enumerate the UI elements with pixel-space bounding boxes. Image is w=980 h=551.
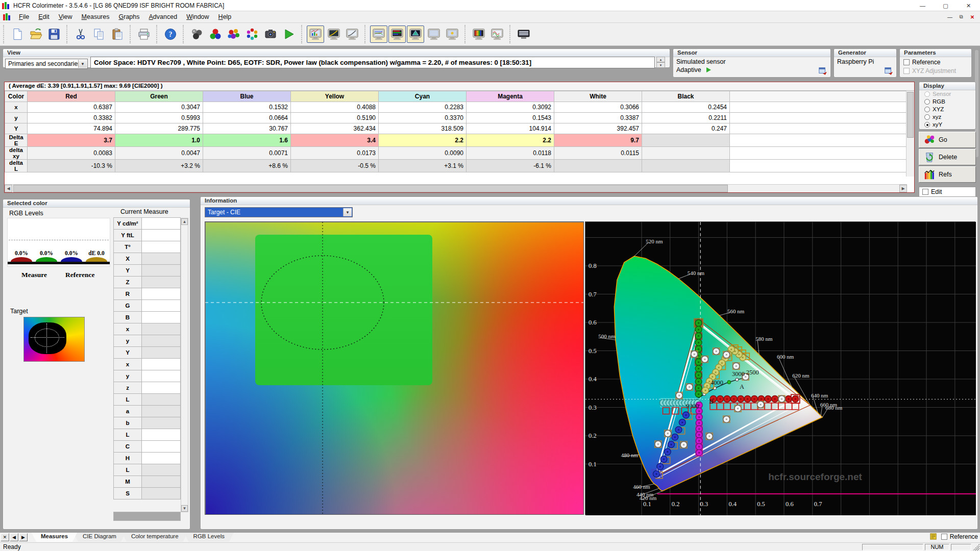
reference-checkbox[interactable]: Reference (900, 57, 971, 66)
display-option-rgb[interactable]: RGB (919, 98, 975, 106)
measure-row-value[interactable] (142, 241, 181, 253)
measure-cell[interactable]: 0.0090 (379, 147, 467, 160)
about-button[interactable]: ? (162, 26, 179, 43)
measure-row-value[interactable] (142, 288, 181, 300)
menu-view[interactable]: View (54, 12, 77, 22)
tab-color-temperature[interactable]: Color temperature (122, 533, 188, 542)
measure-cell[interactable]: -0.5 % (291, 160, 379, 172)
measure-cell[interactable]: 0.3047 (115, 102, 203, 113)
view-cie-button[interactable] (407, 26, 424, 43)
measure-cell[interactable]: 0.2211 (642, 113, 730, 123)
measure-cell[interactable]: +3.2 % (115, 160, 203, 172)
measure-row-value[interactable] (142, 299, 181, 312)
column-header[interactable]: Magenta (467, 91, 554, 102)
column-header[interactable]: Yellow (291, 91, 379, 102)
measure-row-value[interactable] (142, 382, 181, 394)
measure-cell[interactable]: 0.3092 (467, 102, 554, 113)
saturations-measure-button[interactable] (243, 26, 261, 43)
menu-window[interactable]: Window (182, 12, 213, 22)
measure-cell[interactable]: 0.0115 (554, 147, 642, 160)
measure-cell[interactable]: 0.0047 (115, 147, 203, 160)
minimize-button[interactable]: — (911, 0, 934, 11)
measure-row-value[interactable] (142, 276, 181, 288)
maximize-button[interactable]: ▢ (934, 0, 957, 11)
measure-cell[interactable]: 0.5993 (115, 113, 203, 123)
current-measure-scrollbar[interactable]: ▲ ▼ (181, 218, 188, 512)
measure-row-value[interactable] (142, 311, 181, 323)
measure-cell[interactable]: 0.2283 (379, 102, 467, 113)
radio-icon[interactable] (924, 114, 930, 120)
measure-cell[interactable]: 2.2 (467, 134, 554, 147)
measure-cell[interactable]: 0.1532 (203, 102, 291, 113)
measures-horizontal-scrollbar[interactable]: ◀ ▶ (5, 184, 907, 192)
display-option-xyz[interactable]: XYZ (919, 106, 975, 113)
view-gamma-button[interactable] (325, 26, 342, 43)
measure-cell[interactable]: 1.0 (115, 134, 203, 147)
print-button[interactable] (135, 26, 153, 43)
view-screen-b-button[interactable] (444, 26, 461, 43)
new-document-button[interactable] (9, 26, 26, 43)
column-header[interactable]: Cyan (379, 91, 467, 102)
measure-row-value[interactable] (142, 370, 181, 382)
measure-cell[interactable]: 0.3066 (554, 102, 642, 113)
spinner-up-icon[interactable]: ▲ (656, 57, 665, 62)
measure-cell[interactable]: 1.6 (203, 134, 291, 147)
measure-row-value[interactable] (142, 475, 181, 488)
measure-cell[interactable] (642, 160, 730, 172)
resize-grip[interactable] (973, 544, 979, 550)
measure-cell[interactable]: 3.4 (291, 134, 379, 147)
generator-config-icon[interactable] (884, 66, 893, 76)
measure-cell[interactable]: 30.767 (203, 123, 291, 134)
measure-cell[interactable]: 0.0071 (203, 147, 291, 160)
reference-toggle-box[interactable] (941, 534, 947, 540)
measure-cell[interactable]: 0.3387 (554, 113, 642, 123)
menu-edit[interactable]: Edit (34, 12, 54, 22)
measure-cell[interactable]: 392.457 (554, 123, 642, 134)
measure-cell[interactable]: 0.1543 (467, 113, 554, 123)
notes-icon[interactable] (929, 533, 937, 540)
edit-checkbox-box[interactable] (922, 189, 928, 195)
mdi-restore-button[interactable]: ⧉ (955, 12, 967, 21)
measure-cell[interactable]: 2.2 (379, 134, 467, 147)
refs-button[interactable]: Refs (919, 166, 976, 183)
measure-row-value[interactable] (142, 405, 181, 417)
measures-vertical-scrollbar[interactable] (906, 91, 914, 177)
measure-cell[interactable]: 0.2454 (642, 102, 730, 113)
sensor-measure-button[interactable] (188, 26, 206, 43)
go-button[interactable]: Go (919, 132, 976, 148)
measure-cell[interactable]: 104.914 (467, 123, 554, 134)
view-measures-button[interactable] (307, 26, 324, 43)
snapshot-button[interactable] (262, 26, 279, 43)
free-measures-button[interactable] (515, 26, 532, 43)
measure-cell[interactable]: 318.509 (379, 123, 467, 134)
cut-button[interactable] (72, 26, 89, 43)
measure-cell[interactable] (642, 134, 730, 147)
scroll-left-icon[interactable]: ◀ (5, 185, 12, 192)
delete-button[interactable]: Delete (919, 149, 976, 165)
measure-row-value[interactable] (142, 217, 181, 230)
measure-row-value[interactable] (142, 229, 181, 241)
menu-help[interactable]: Help (214, 12, 236, 22)
run-measures-button[interactable] (280, 26, 298, 43)
measure-row-value[interactable] (142, 417, 181, 429)
tab-measures[interactable]: Measures (32, 533, 77, 542)
measure-cell[interactable] (642, 147, 730, 160)
save-button[interactable] (45, 26, 63, 43)
display-option-xyy[interactable]: xyY (919, 121, 975, 129)
column-header[interactable]: Black (642, 91, 730, 102)
menu-measures[interactable]: Measures (77, 12, 114, 22)
column-header[interactable]: Color (5, 91, 28, 102)
view-histogram-button[interactable] (388, 26, 406, 43)
measure-cell[interactable]: 0.6387 (28, 102, 115, 113)
column-header[interactable]: Blue (203, 91, 291, 102)
measure-cell[interactable]: 0.0118 (467, 147, 554, 160)
scroll-right-icon[interactable]: ▶ (899, 185, 907, 192)
color-mode-select[interactable]: Primaries and secondaries ▼ (5, 59, 88, 69)
measure-cell[interactable]: 0.5190 (291, 113, 379, 123)
view-colorchecker-button[interactable] (470, 26, 487, 43)
measure-cell[interactable]: 74.894 (28, 123, 115, 134)
measure-row-value[interactable] (142, 464, 181, 476)
measure-cell[interactable]: +8.6 % (203, 160, 291, 172)
measure-row-value[interactable] (142, 440, 181, 453)
menu-advanced[interactable]: Advanced (144, 12, 182, 22)
